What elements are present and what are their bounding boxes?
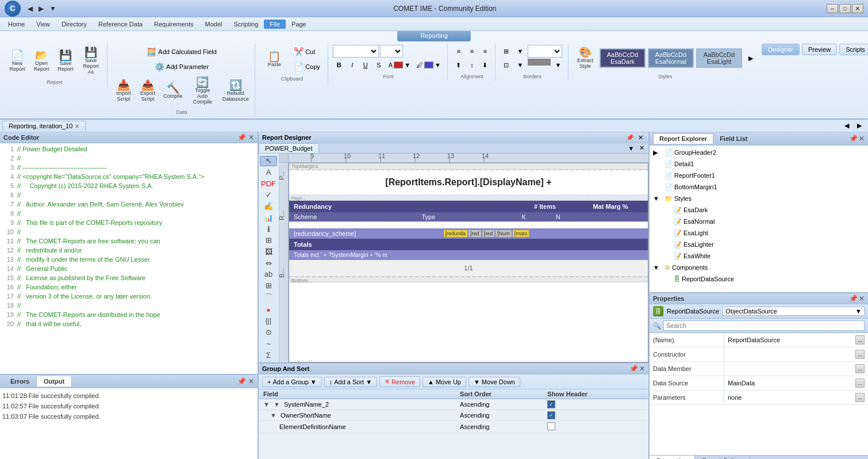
check-tool[interactable]: ✓: [260, 190, 277, 200]
add-sort-button[interactable]: ↕ Add a Sort ▼: [324, 377, 377, 387]
designer-tab[interactable]: Designer: [762, 44, 800, 55]
field-list-tab[interactable]: Field List: [713, 133, 754, 144]
tree-item-esa-light[interactable]: 📝 EsaLight: [651, 227, 867, 239]
properties-tab[interactable]: Properties: [650, 456, 695, 459]
text2-tool[interactable]: ab: [260, 269, 277, 280]
expand-icon-2[interactable]: ▼: [274, 401, 280, 408]
menu-scripting[interactable]: Scripting: [228, 20, 264, 29]
border-style-select[interactable]: [528, 45, 562, 58]
show-header-checkbox-1[interactable]: [547, 400, 555, 408]
font-color-button[interactable]: A ▼: [386, 60, 413, 70]
menu-file[interactable]: File: [264, 20, 286, 29]
show-header-checkbox-3[interactable]: [547, 422, 555, 430]
expand-icon-3[interactable]: ▼: [270, 412, 276, 419]
align-right-button[interactable]: ≡: [479, 45, 491, 58]
scripts-tab[interactable]: Scripts: [839, 44, 868, 55]
tree-item-report-footer[interactable]: 📄 ReportFooter1: [651, 170, 867, 181]
esa-light-swatch[interactable]: AaBbCcDdEsaLight: [696, 48, 742, 68]
tree-item-esa-lighter[interactable]: 📝 EsaLighter: [651, 239, 867, 250]
maximize-button[interactable]: □: [839, 4, 851, 13]
menu-view[interactable]: View: [30, 20, 56, 29]
align-left-button[interactable]: ≡: [452, 45, 465, 58]
prop-datasource-btn[interactable]: ...: [855, 378, 865, 388]
tree-item-report-datasource[interactable]: 🗄 ReportDataSource: [651, 273, 867, 285]
close-panel-button[interactable]: ✕: [248, 133, 254, 141]
tab-nav-left[interactable]: ◀: [840, 120, 853, 132]
cut-button[interactable]: ✂️ Cut: [290, 45, 324, 59]
tab-close[interactable]: ✕: [75, 123, 79, 129]
flow-tool[interactable]: ⊞: [260, 281, 277, 291]
highlight-color-button[interactable]: 🖊 ▼: [414, 60, 444, 70]
gauge-tool[interactable]: ⊙: [260, 327, 277, 338]
tree-item-esa-normal[interactable]: 📝 EsaNormal: [651, 216, 867, 227]
close-report-tab-button[interactable]: ✕: [637, 144, 646, 153]
border-btn-1[interactable]: ⊞: [500, 45, 513, 58]
menu-directory[interactable]: Directory: [56, 20, 93, 29]
menu-requirements[interactable]: Requirements: [148, 20, 199, 29]
save-report-button[interactable]: 💾 SaveReport: [54, 48, 77, 74]
prop-name-btn[interactable]: ...: [855, 335, 865, 345]
tree-item-group-header2[interactable]: ▶ 📄 GroupHeader2: [651, 147, 867, 158]
esa-dark-swatch[interactable]: AaBbCcDdEsaDark: [600, 48, 646, 68]
signature-tool[interactable]: ✍: [260, 201, 277, 212]
group-sort-close-button[interactable]: ✕: [639, 365, 645, 373]
report-gallery-tab[interactable]: Report Gallery: [695, 456, 750, 459]
image-tool[interactable]: 🖼: [260, 247, 277, 257]
move-down-button[interactable]: ▼ Move Down: [468, 377, 520, 387]
rebuild-button[interactable]: 🔃 RebuildDatasource: [220, 78, 251, 104]
copy-button[interactable]: 📄 Copy: [290, 60, 324, 74]
menu-model[interactable]: Model: [199, 20, 228, 29]
add-group-button[interactable]: + Add a Group ▼: [262, 377, 322, 387]
select-tool[interactable]: ↖: [260, 156, 277, 166]
collapse-report-button[interactable]: ▼: [627, 144, 636, 153]
move-up-button[interactable]: ▲ Move Up: [423, 377, 466, 387]
main-tab[interactable]: Reporting, iteration_10 ✕: [2, 121, 86, 131]
power-budget-tab[interactable]: POWER_Budget: [259, 143, 319, 153]
errors-tab[interactable]: Errors: [3, 376, 37, 387]
bold-button[interactable]: B: [333, 59, 345, 71]
border-btn-3[interactable]: ⊡: [500, 59, 513, 71]
circle-tool[interactable]: ●: [260, 304, 277, 315]
strikethrough-button[interactable]: S: [372, 59, 385, 71]
close-button[interactable]: ✕: [852, 4, 863, 13]
tree-item-components[interactable]: ▼ ⚙ Components: [651, 262, 867, 273]
output-tab[interactable]: Output: [37, 376, 72, 387]
preview-tab[interactable]: Preview: [802, 44, 837, 55]
report-explorer-tab[interactable]: Report Explorer: [653, 133, 713, 144]
table-tool[interactable]: ⊞: [260, 235, 277, 246]
tree-item-styles[interactable]: ▼ 📁 Styles: [651, 193, 867, 204]
code-editor-content[interactable]: 1 // Power Budget Detailed 2 // 3 // ---…: [0, 143, 258, 374]
show-header-checkbox-2[interactable]: [547, 411, 555, 419]
sigma-tool[interactable]: Σ: [260, 350, 277, 360]
save-report-as-button[interactable]: 💾 SaveReport As: [78, 45, 103, 77]
menu-page[interactable]: Page: [286, 20, 312, 29]
tree-item-esa-dark[interactable]: 📝 EsaDark: [651, 204, 867, 216]
menu-button[interactable]: ▼: [47, 3, 59, 14]
group-sort-pin-button[interactable]: 📌: [629, 365, 638, 373]
errors-pin-button[interactable]: 📌: [237, 377, 246, 385]
border-btn-2[interactable]: ▼: [514, 45, 527, 58]
menu-home[interactable]: Home: [2, 20, 30, 29]
tree-item-detail1[interactable]: 📄 Detail1: [651, 158, 867, 170]
font-family-select[interactable]: [333, 45, 379, 58]
extract-style-button[interactable]: 🎨 Extract Style: [573, 45, 597, 71]
properties-search-input[interactable]: [663, 320, 865, 331]
line-tool[interactable]: ⌒: [260, 292, 277, 303]
pin-report-button[interactable]: 📌: [625, 133, 635, 142]
minimize-button[interactable]: ─: [827, 4, 838, 13]
tree-item-bottom-margin[interactable]: 📄 BottomMargin1: [651, 181, 867, 193]
explorer-pin-button[interactable]: 📌: [849, 135, 858, 143]
border-color-btn[interactable]: ▼: [552, 59, 564, 71]
chart-tool[interactable]: 📊: [260, 213, 277, 223]
open-report-button[interactable]: 📂 OpenReport: [30, 48, 53, 74]
crossband-tool[interactable]: ⇔: [260, 258, 277, 268]
export-script-button[interactable]: 📤 ExportScript: [136, 78, 159, 104]
new-report-button[interactable]: 📄 NewReport: [6, 48, 29, 74]
info-tool[interactable]: ℹ: [260, 224, 277, 234]
barcode-tool[interactable]: |||: [260, 316, 277, 326]
compile-button[interactable]: 🔨 Compile: [160, 81, 185, 101]
pin-button[interactable]: 📌: [237, 133, 246, 141]
add-parameter-button[interactable]: ⚙️ Add Parameter: [151, 60, 213, 74]
menu-reference-data[interactable]: Reference Data: [93, 20, 148, 29]
close-report-button[interactable]: ✕: [636, 133, 645, 142]
